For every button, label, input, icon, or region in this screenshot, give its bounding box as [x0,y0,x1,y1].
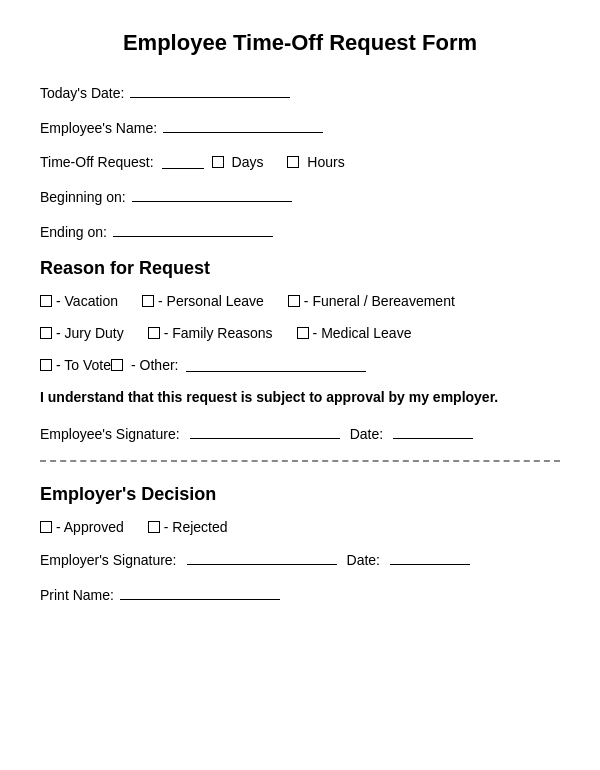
employee-signature-row: Employee's Signature: Date: [40,425,560,442]
approval-text: I understand that this request is subjec… [40,389,560,405]
section-divider [40,460,560,462]
medical-leave-checkbox[interactable] [297,327,309,339]
employer-decision-section: Employer's Decision - Approved - Rejecte… [40,484,560,603]
ending-on-row: Ending on: [40,223,560,240]
form-page: Employee Time-Off Request Form Today's D… [0,0,600,770]
ending-on-label: Ending on: [40,224,107,240]
employees-name-label: Employee's Name: [40,120,157,136]
vacation-label: - Vacation [56,293,118,309]
employer-signature-input[interactable] [187,551,337,565]
approved-checkbox[interactable] [40,521,52,533]
vacation-option: - Vacation [40,293,118,309]
todays-date-label: Today's Date: [40,85,124,101]
employee-signature-input[interactable] [190,425,340,439]
days-label: Days [232,154,264,170]
employee-date-input[interactable] [393,425,473,439]
family-reasons-checkbox[interactable] [148,327,160,339]
ending-on-input[interactable] [113,223,273,237]
funeral-bereavement-label: - Funeral / Bereavement [304,293,455,309]
time-off-amount-input[interactable] [162,155,204,169]
other-label: - Other: [131,357,178,373]
medical-leave-label: - Medical Leave [313,325,412,341]
other-checkbox[interactable] [111,359,123,371]
employer-decision-title: Employer's Decision [40,484,560,505]
employer-date-input[interactable] [390,551,470,565]
medical-leave-option: - Medical Leave [297,325,412,341]
personal-leave-option: - Personal Leave [142,293,264,309]
family-reasons-label: - Family Reasons [164,325,273,341]
todays-date-row: Today's Date: [40,84,560,101]
rejected-label: - Rejected [164,519,228,535]
rejected-option: - Rejected [148,519,228,535]
to-vote-checkbox[interactable] [40,359,52,371]
employee-date-label: Date: [350,426,383,442]
to-vote-option: - To Vote [40,357,111,373]
rejected-checkbox[interactable] [148,521,160,533]
print-name-label: Print Name: [40,587,114,603]
beginning-on-label: Beginning on: [40,189,126,205]
todays-date-input[interactable] [130,84,290,98]
form-title: Employee Time-Off Request Form [40,30,560,56]
time-off-request-label: Time-Off Request: [40,154,154,170]
jury-duty-label: - Jury Duty [56,325,124,341]
employee-signature-label: Employee's Signature: [40,426,180,442]
other-input[interactable] [186,358,366,372]
reason-section-title: Reason for Request [40,258,560,279]
approved-label: - Approved [56,519,124,535]
to-vote-label: - To Vote [56,357,111,373]
jury-duty-option: - Jury Duty [40,325,124,341]
family-reasons-option: - Family Reasons [148,325,273,341]
print-name-row: Print Name: [40,586,560,603]
approved-option: - Approved [40,519,124,535]
personal-leave-checkbox[interactable] [142,295,154,307]
print-name-input[interactable] [120,586,280,600]
other-option: - Other: [111,357,366,373]
time-off-row: Time-Off Request: Days Hours [40,154,560,170]
vacation-checkbox[interactable] [40,295,52,307]
days-checkbox[interactable] [212,156,224,168]
beginning-on-input[interactable] [132,188,292,202]
reason-row-3: - To Vote - Other: [40,357,560,373]
hours-label: Hours [307,154,344,170]
employees-name-input[interactable] [163,119,323,133]
personal-leave-label: - Personal Leave [158,293,264,309]
employer-decision-options: - Approved - Rejected [40,519,560,535]
hours-checkbox[interactable] [287,156,299,168]
employer-signature-label: Employer's Signature: [40,552,177,568]
employer-signature-row: Employer's Signature: Date: [40,551,560,568]
reason-row-2: - Jury Duty - Family Reasons - Medical L… [40,325,560,341]
funeral-bereavement-option: - Funeral / Bereavement [288,293,455,309]
employer-date-label: Date: [347,552,380,568]
beginning-on-row: Beginning on: [40,188,560,205]
jury-duty-checkbox[interactable] [40,327,52,339]
funeral-bereavement-checkbox[interactable] [288,295,300,307]
employees-name-row: Employee's Name: [40,119,560,136]
reason-row-1: - Vacation - Personal Leave - Funeral / … [40,293,560,309]
